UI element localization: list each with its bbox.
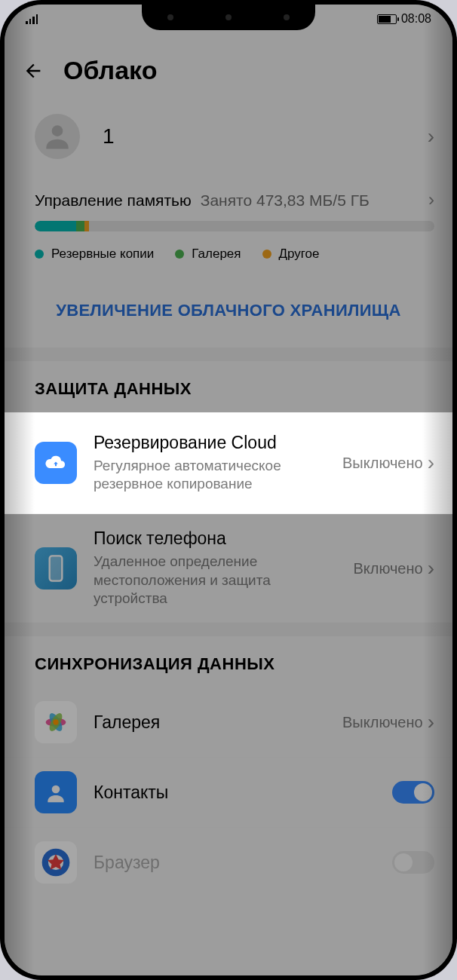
upsell-link[interactable]: УВЕЛИЧЕНИЕ ОБЛАЧНОГО ХРАНИЛИЩА — [5, 277, 452, 348]
section-protection-title: ЗАЩИТА ДАННЫХ — [5, 361, 452, 412]
storage-legend: Резервные копии Галерея Другое — [35, 247, 434, 262]
storage-row[interactable]: Управление памятью Занято 473,83 МБ/5 ГБ… — [5, 182, 452, 277]
svg-point-5 — [53, 719, 58, 724]
legend-other: Другое — [279, 247, 320, 262]
account-row[interactable]: 1 › — [5, 100, 452, 182]
cloud-backup-icon — [35, 442, 77, 484]
item-find-phone[interactable]: Поиск телефона Удаленное определение мес… — [5, 514, 452, 623]
contacts-toggle[interactable] — [392, 781, 434, 804]
browser-toggle[interactable] — [392, 851, 434, 874]
gallery-icon — [35, 701, 77, 743]
page-title: Облако — [63, 56, 157, 85]
find-phone-status: Включено — [353, 559, 422, 577]
browser-icon — [35, 841, 77, 884]
chevron-right-icon: › — [428, 710, 434, 734]
account-name: 1 — [103, 124, 405, 149]
find-phone-sub: Удаленное определение местоположения и з… — [94, 553, 336, 608]
storage-progress — [35, 221, 434, 231]
item-cloud-backup[interactable]: Резервирование Cloud Регулярное автомати… — [5, 412, 452, 514]
chevron-right-icon: › — [428, 124, 434, 149]
legend-gallery: Галерея — [192, 247, 241, 262]
chevron-right-icon: › — [428, 451, 434, 475]
legend-backups: Резервные копии — [51, 247, 154, 262]
svg-rect-1 — [50, 556, 63, 580]
status-time: 08:08 — [401, 12, 431, 26]
section-sync-title: СИНХРОНИЗАЦИЯ ДАННЫХ — [5, 636, 452, 688]
browser-title: Браузер — [94, 852, 376, 874]
battery-icon — [377, 14, 397, 24]
svg-point-0 — [52, 125, 63, 136]
back-icon[interactable] — [23, 60, 44, 81]
signal-icon — [26, 14, 38, 24]
find-phone-icon — [35, 547, 77, 590]
cloud-backup-title: Резервирование Cloud — [94, 432, 326, 454]
chevron-right-icon: › — [428, 556, 434, 580]
chevron-right-icon: › — [428, 189, 434, 210]
avatar-icon — [35, 114, 80, 159]
header: Облако — [5, 33, 452, 100]
item-contacts[interactable]: Контакты — [5, 758, 452, 828]
item-browser[interactable]: Браузер — [5, 828, 452, 897]
contacts-title: Контакты — [94, 782, 376, 804]
item-gallery[interactable]: Галерея Выключено › — [5, 688, 452, 758]
cloud-backup-sub: Регулярное автоматическое резервное копи… — [94, 457, 326, 494]
cloud-backup-status: Выключено — [342, 454, 423, 472]
svg-point-6 — [52, 786, 60, 794]
gallery-title: Галерея — [94, 712, 326, 733]
storage-value: Занято 473,83 МБ/5 ГБ — [201, 191, 419, 210]
gallery-status: Выключено — [342, 713, 423, 731]
contacts-icon — [35, 771, 77, 813]
find-phone-title: Поиск телефона — [94, 528, 336, 550]
storage-label: Управление памятью — [35, 191, 192, 210]
